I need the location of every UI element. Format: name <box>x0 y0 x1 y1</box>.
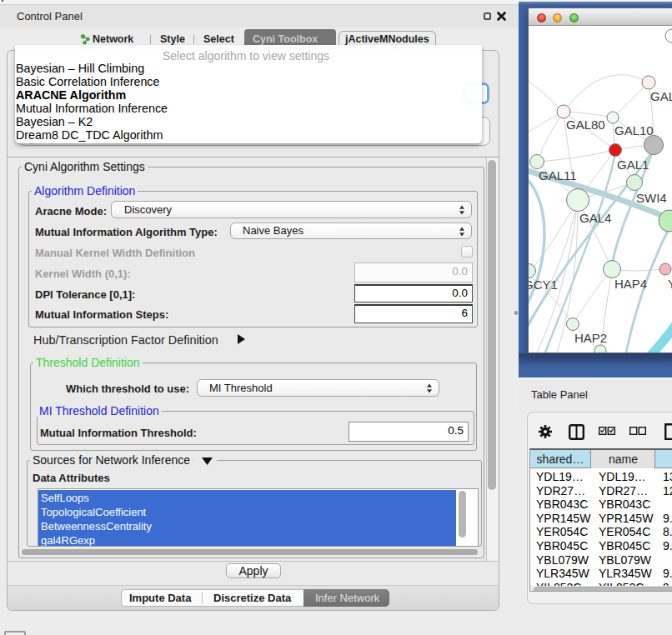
svg-text:GAL10: GAL10 <box>614 123 654 138</box>
svg-text:SWI4: SWI4 <box>636 191 667 205</box>
svg-text:HAP4: HAP4 <box>614 277 647 291</box>
svg-text:GAL80: GAL80 <box>566 118 605 132</box>
svg-text:HAP2: HAP2 <box>574 331 607 345</box>
svg-text:GAL1: GAL1 <box>617 158 649 172</box>
svg-text:GAL4: GAL4 <box>579 211 611 225</box>
svg-text:GCY1: GCY1 <box>529 278 558 292</box>
svg-text:Y: Y <box>668 277 672 291</box>
svg-text:GAL7: GAL7 <box>650 89 672 103</box>
svg-text:GAL11: GAL11 <box>539 168 577 182</box>
